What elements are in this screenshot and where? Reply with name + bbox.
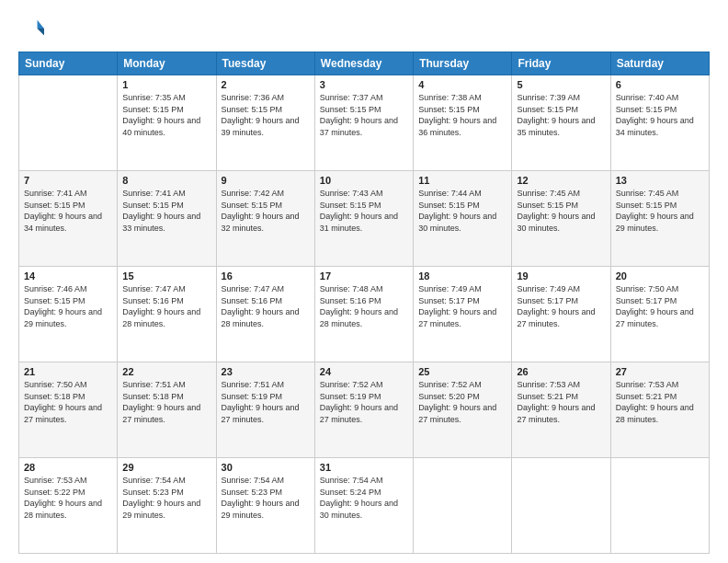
header-row: SundayMondayTuesdayWednesdayThursdayFrid…	[19, 52, 710, 75]
week-row-0: 1Sunrise: 7:35 AMSunset: 5:15 PMDaylight…	[19, 75, 710, 171]
day-info: Sunrise: 7:50 AMSunset: 5:17 PMDaylight:…	[616, 283, 704, 329]
day-number: 22	[122, 366, 210, 377]
day-info: Sunrise: 7:52 AMSunset: 5:19 PMDaylight:…	[320, 379, 408, 425]
calendar-cell: 30Sunrise: 7:54 AMSunset: 5:23 PMDayligh…	[216, 458, 314, 554]
day-info: Sunrise: 7:35 AMSunset: 5:15 PMDaylight:…	[122, 92, 210, 138]
day-info: Sunrise: 7:42 AMSunset: 5:15 PMDaylight:…	[222, 188, 310, 234]
day-info: Sunrise: 7:45 AMSunset: 5:15 PMDaylight:…	[616, 188, 704, 234]
header-day-sunday: Sunday	[19, 52, 118, 75]
day-number: 29	[122, 462, 210, 473]
header-day-tuesday: Tuesday	[216, 52, 314, 75]
day-info: Sunrise: 7:47 AMSunset: 5:16 PMDaylight:…	[122, 283, 210, 329]
day-number: 20	[616, 270, 704, 282]
day-number: 8	[122, 175, 210, 186]
day-number: 17	[320, 270, 408, 282]
day-number: 15	[122, 270, 210, 282]
day-number: 23	[222, 366, 310, 377]
day-number: 2	[222, 79, 310, 90]
day-number: 9	[222, 175, 310, 186]
logo	[18, 17, 48, 42]
calendar-cell	[512, 458, 610, 554]
svg-marker-0	[38, 20, 44, 29]
calendar-cell: 9Sunrise: 7:42 AMSunset: 5:15 PMDaylight…	[216, 171, 314, 267]
day-number: 28	[24, 462, 112, 473]
week-row-4: 28Sunrise: 7:53 AMSunset: 5:22 PMDayligh…	[19, 458, 710, 554]
calendar-page: SundayMondayTuesdayWednesdayThursdayFrid…	[0, 0, 728, 563]
day-info: Sunrise: 7:53 AMSunset: 5:21 PMDaylight:…	[517, 379, 605, 425]
day-number: 10	[320, 175, 408, 186]
calendar-cell: 12Sunrise: 7:45 AMSunset: 5:15 PMDayligh…	[512, 171, 610, 267]
day-info: Sunrise: 7:41 AMSunset: 5:15 PMDaylight:…	[122, 188, 210, 234]
calendar-cell: 3Sunrise: 7:37 AMSunset: 5:15 PMDaylight…	[314, 75, 413, 171]
calendar-cell: 10Sunrise: 7:43 AMSunset: 5:15 PMDayligh…	[314, 171, 413, 267]
calendar-cell	[414, 458, 512, 554]
day-info: Sunrise: 7:53 AMSunset: 5:21 PMDaylight:…	[616, 379, 704, 425]
day-info: Sunrise: 7:54 AMSunset: 5:24 PMDaylight:…	[320, 475, 408, 521]
day-info: Sunrise: 7:39 AMSunset: 5:15 PMDaylight:…	[517, 92, 605, 138]
calendar-cell: 4Sunrise: 7:38 AMSunset: 5:15 PMDaylight…	[414, 75, 512, 171]
calendar-body: 1Sunrise: 7:35 AMSunset: 5:15 PMDaylight…	[19, 75, 710, 554]
day-info: Sunrise: 7:40 AMSunset: 5:15 PMDaylight:…	[616, 92, 704, 138]
calendar-cell: 27Sunrise: 7:53 AMSunset: 5:21 PMDayligh…	[610, 362, 709, 458]
header-day-wednesday: Wednesday	[314, 52, 413, 75]
day-info: Sunrise: 7:50 AMSunset: 5:18 PMDaylight:…	[24, 379, 112, 425]
day-number: 4	[418, 79, 506, 90]
day-info: Sunrise: 7:51 AMSunset: 5:18 PMDaylight:…	[122, 379, 210, 425]
calendar-cell: 29Sunrise: 7:54 AMSunset: 5:23 PMDayligh…	[118, 458, 216, 554]
calendar-cell: 20Sunrise: 7:50 AMSunset: 5:17 PMDayligh…	[610, 267, 709, 362]
day-number: 6	[616, 79, 704, 90]
day-info: Sunrise: 7:37 AMSunset: 5:15 PMDaylight:…	[320, 92, 408, 138]
day-info: Sunrise: 7:45 AMSunset: 5:15 PMDaylight:…	[517, 188, 605, 234]
calendar-cell: 19Sunrise: 7:49 AMSunset: 5:17 PMDayligh…	[512, 267, 610, 362]
calendar-cell: 31Sunrise: 7:54 AMSunset: 5:24 PMDayligh…	[314, 458, 413, 554]
calendar-cell: 28Sunrise: 7:53 AMSunset: 5:22 PMDayligh…	[19, 458, 118, 554]
day-info: Sunrise: 7:46 AMSunset: 5:15 PMDaylight:…	[24, 283, 112, 329]
calendar-cell: 17Sunrise: 7:48 AMSunset: 5:16 PMDayligh…	[314, 267, 413, 362]
day-info: Sunrise: 7:52 AMSunset: 5:20 PMDaylight:…	[418, 379, 506, 425]
day-number: 27	[616, 366, 704, 377]
week-row-1: 7Sunrise: 7:41 AMSunset: 5:15 PMDaylight…	[19, 171, 710, 267]
day-number: 25	[418, 366, 506, 377]
day-number: 24	[320, 366, 408, 377]
calendar-cell: 8Sunrise: 7:41 AMSunset: 5:15 PMDaylight…	[118, 171, 216, 267]
calendar-cell: 13Sunrise: 7:45 AMSunset: 5:15 PMDayligh…	[610, 171, 709, 267]
day-info: Sunrise: 7:51 AMSunset: 5:19 PMDaylight:…	[222, 379, 310, 425]
calendar-cell: 2Sunrise: 7:36 AMSunset: 5:15 PMDaylight…	[216, 75, 314, 171]
day-number: 3	[320, 79, 408, 90]
calendar-cell: 22Sunrise: 7:51 AMSunset: 5:18 PMDayligh…	[118, 362, 216, 458]
day-info: Sunrise: 7:36 AMSunset: 5:15 PMDaylight:…	[222, 92, 310, 138]
day-number: 26	[517, 366, 605, 377]
header-day-monday: Monday	[118, 52, 216, 75]
day-number: 14	[24, 270, 112, 282]
day-info: Sunrise: 7:48 AMSunset: 5:16 PMDaylight:…	[320, 283, 408, 329]
logo-icon	[18, 17, 44, 42]
day-info: Sunrise: 7:49 AMSunset: 5:17 PMDaylight:…	[517, 283, 605, 329]
day-number: 12	[517, 175, 605, 186]
calendar-header: SundayMondayTuesdayWednesdayThursdayFrid…	[19, 52, 710, 75]
day-number: 5	[517, 79, 605, 90]
day-info: Sunrise: 7:49 AMSunset: 5:17 PMDaylight:…	[418, 283, 506, 329]
svg-marker-1	[38, 29, 44, 35]
calendar-cell: 18Sunrise: 7:49 AMSunset: 5:17 PMDayligh…	[414, 267, 512, 362]
day-number: 1	[122, 79, 210, 90]
day-info: Sunrise: 7:43 AMSunset: 5:15 PMDaylight:…	[320, 188, 408, 234]
calendar-cell: 7Sunrise: 7:41 AMSunset: 5:15 PMDaylight…	[19, 171, 118, 267]
calendar-cell: 6Sunrise: 7:40 AMSunset: 5:15 PMDaylight…	[610, 75, 709, 171]
day-info: Sunrise: 7:54 AMSunset: 5:23 PMDaylight:…	[122, 475, 210, 521]
day-number: 11	[418, 175, 506, 186]
day-info: Sunrise: 7:38 AMSunset: 5:15 PMDaylight:…	[418, 92, 506, 138]
calendar-cell: 26Sunrise: 7:53 AMSunset: 5:21 PMDayligh…	[512, 362, 610, 458]
calendar-cell: 11Sunrise: 7:44 AMSunset: 5:15 PMDayligh…	[414, 171, 512, 267]
day-info: Sunrise: 7:53 AMSunset: 5:22 PMDaylight:…	[24, 475, 112, 521]
week-row-3: 21Sunrise: 7:50 AMSunset: 5:18 PMDayligh…	[19, 362, 710, 458]
day-info: Sunrise: 7:44 AMSunset: 5:15 PMDaylight:…	[418, 188, 506, 234]
day-number: 7	[24, 175, 112, 186]
calendar-cell: 25Sunrise: 7:52 AMSunset: 5:20 PMDayligh…	[414, 362, 512, 458]
calendar-cell: 14Sunrise: 7:46 AMSunset: 5:15 PMDayligh…	[19, 267, 118, 362]
calendar-cell: 5Sunrise: 7:39 AMSunset: 5:15 PMDaylight…	[512, 75, 610, 171]
header-day-friday: Friday	[512, 52, 610, 75]
day-number: 16	[222, 270, 310, 282]
day-number: 31	[320, 462, 408, 473]
calendar-cell: 16Sunrise: 7:47 AMSunset: 5:16 PMDayligh…	[216, 267, 314, 362]
header-day-thursday: Thursday	[414, 52, 512, 75]
